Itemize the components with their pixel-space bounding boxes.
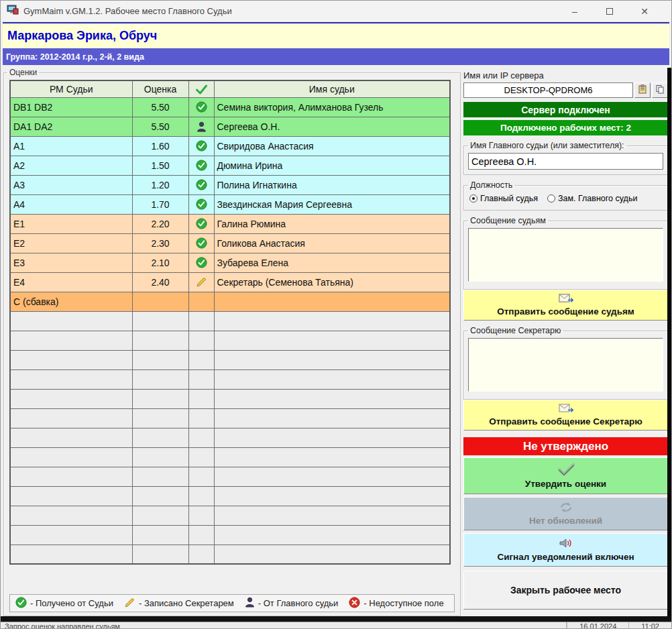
score-cell[interactable]: [132, 311, 188, 331]
rm-cell[interactable]: DA1 DA2: [10, 117, 132, 136]
judge-name-cell[interactable]: Секретарь (Семенова Татьяна): [214, 272, 450, 292]
position-radio-option[interactable]: Зам. Главного судьи: [547, 194, 637, 203]
judge-name-cell[interactable]: [214, 292, 450, 311]
score-row[interactable]: [10, 369, 450, 389]
score-row[interactable]: A21.50Дюмина Ирина: [10, 156, 450, 175]
judge-name-cell[interactable]: Полина Игнаткина: [214, 175, 450, 194]
score-cell[interactable]: [132, 331, 188, 350]
score-row[interactable]: [10, 467, 450, 486]
score-cell[interactable]: [132, 486, 188, 506]
judge-name-cell[interactable]: [214, 486, 450, 506]
score-row[interactable]: A31.20Полина Игнаткина: [10, 175, 450, 194]
judge-name-cell[interactable]: [214, 447, 450, 467]
judge-name-cell[interactable]: Сергеева О.Н.: [214, 117, 450, 136]
rm-cell[interactable]: DB1 DB2: [10, 97, 132, 117]
rm-cell[interactable]: A1: [10, 136, 132, 156]
rm-cell[interactable]: [10, 408, 132, 428]
score-row[interactable]: [10, 311, 450, 331]
score-cell[interactable]: [132, 369, 188, 389]
score-row[interactable]: E22.30Голикова Анастасия: [10, 233, 450, 253]
score-cell[interactable]: 1.20: [132, 175, 188, 194]
judge-name-cell[interactable]: [214, 389, 450, 408]
score-cell[interactable]: [132, 447, 188, 467]
rm-cell[interactable]: A4: [10, 194, 132, 214]
score-cell[interactable]: [132, 545, 188, 564]
copy-button[interactable]: [652, 82, 668, 98]
position-radio-option[interactable]: Главный судья: [469, 194, 538, 203]
server-input[interactable]: [463, 82, 633, 98]
judge-name-cell[interactable]: Звездинская Мария Сергеевна: [214, 194, 450, 214]
score-row[interactable]: A11.60Свиридова Анастасия: [10, 136, 450, 156]
score-cell[interactable]: 1.50: [132, 156, 188, 175]
judge-name-cell[interactable]: [214, 525, 450, 545]
score-cell[interactable]: 1.60: [132, 136, 188, 156]
score-cell[interactable]: 5.50: [132, 117, 188, 136]
score-row[interactable]: [10, 447, 450, 467]
judge-name-cell[interactable]: Зубарева Елена: [214, 253, 450, 272]
score-cell[interactable]: [132, 428, 188, 447]
rm-cell[interactable]: A2: [10, 156, 132, 175]
judge-name-cell[interactable]: [214, 331, 450, 350]
score-cell[interactable]: [132, 506, 188, 525]
rm-cell[interactable]: [10, 467, 132, 486]
judge-name-cell[interactable]: [214, 311, 450, 331]
score-cell[interactable]: 1.70: [132, 194, 188, 214]
rm-cell[interactable]: E3: [10, 253, 132, 272]
rm-cell[interactable]: [10, 545, 132, 564]
rm-cell[interactable]: [10, 331, 132, 350]
approve-scores-button[interactable]: Утвердить оценки: [463, 457, 668, 494]
score-cell[interactable]: 2.10: [132, 253, 188, 272]
score-cell[interactable]: 2.40: [132, 272, 188, 292]
judge-name-cell[interactable]: [214, 545, 450, 564]
rm-cell[interactable]: [10, 369, 132, 389]
score-row[interactable]: E12.20Галина Рюмина: [10, 214, 450, 233]
score-row[interactable]: С (сбавка): [10, 292, 450, 311]
judge-name-cell[interactable]: Голикова Анастасия: [214, 233, 450, 253]
notification-signal-button[interactable]: Сигнал уведомлений включен: [463, 533, 668, 567]
rm-cell[interactable]: [10, 389, 132, 408]
score-row[interactable]: [10, 545, 450, 564]
rm-cell[interactable]: С (сбавка): [10, 292, 132, 311]
judge-name-cell[interactable]: [214, 506, 450, 525]
score-row[interactable]: [10, 331, 450, 350]
score-cell[interactable]: 5.50: [132, 97, 188, 117]
score-row[interactable]: [10, 350, 450, 369]
score-row[interactable]: DB1 DB25.50Семина виктория, Алимханова Г…: [10, 97, 450, 117]
judge-name-cell[interactable]: [214, 467, 450, 486]
judge-name-cell[interactable]: [214, 369, 450, 389]
score-cell[interactable]: [132, 525, 188, 545]
score-row[interactable]: E42.40Секретарь (Семенова Татьяна): [10, 272, 450, 292]
radio-icon[interactable]: [547, 194, 555, 203]
judge-name-cell[interactable]: Семина виктория, Алимханова Гузель: [214, 97, 450, 117]
score-row[interactable]: [10, 506, 450, 525]
score-cell[interactable]: [132, 292, 188, 311]
judge-name-cell[interactable]: [214, 428, 450, 447]
score-row[interactable]: [10, 408, 450, 428]
rm-cell[interactable]: [10, 506, 132, 525]
maximize-button[interactable]: [592, 1, 627, 21]
close-workplace-button[interactable]: Закрыть рабочее место: [463, 571, 668, 610]
radio-icon[interactable]: [469, 194, 478, 203]
no-updates-button[interactable]: Нет обновлений: [463, 497, 668, 530]
paste-button[interactable]: [634, 82, 651, 98]
rm-cell[interactable]: [10, 311, 132, 331]
score-cell[interactable]: [132, 408, 188, 428]
send-message-secretary-button[interactable]: Отправить сообщение Секретарю: [463, 400, 668, 431]
rm-cell[interactable]: [10, 525, 132, 545]
score-row[interactable]: E32.10Зубарева Елена: [10, 253, 450, 272]
score-row[interactable]: DA1 DA25.50Сергеева О.Н.: [10, 117, 450, 136]
score-row[interactable]: [10, 428, 450, 447]
score-cell[interactable]: [132, 467, 188, 486]
score-cell[interactable]: [132, 389, 188, 408]
judge-name-cell[interactable]: Свиридова Анастасия: [214, 136, 450, 156]
close-button[interactable]: ✕: [627, 1, 662, 21]
score-row[interactable]: [10, 389, 450, 408]
message-judges-textarea[interactable]: [468, 228, 663, 282]
judge-name-cell[interactable]: Галина Рюмина: [214, 214, 450, 233]
judge-name-cell[interactable]: [214, 408, 450, 428]
minimize-button[interactable]: –: [557, 1, 592, 21]
judge-name-cell[interactable]: Дюмина Ирина: [214, 156, 450, 175]
rm-cell[interactable]: [10, 428, 132, 447]
judge-name-input[interactable]: [468, 153, 663, 170]
score-row[interactable]: [10, 486, 450, 506]
